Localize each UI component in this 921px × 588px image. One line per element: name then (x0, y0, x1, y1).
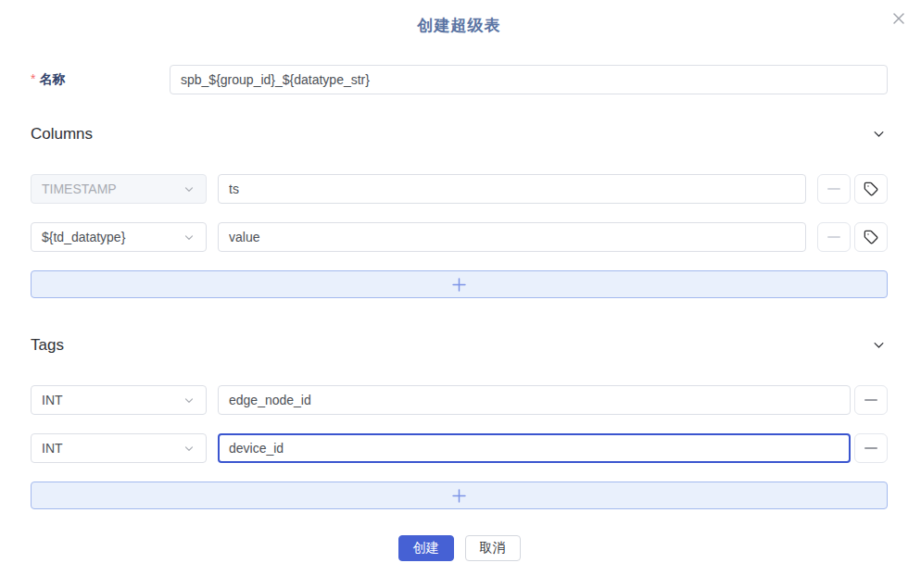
chevron-down-icon (183, 182, 196, 195)
tag-row: INT (31, 433, 888, 463)
chevron-down-icon (872, 127, 886, 141)
cancel-button[interactable]: 取消 (465, 535, 521, 561)
column-type-select: TIMESTAMP (31, 174, 207, 204)
minus-icon (864, 447, 877, 450)
name-form-row: *名称 (31, 65, 888, 94)
columns-section: Columns TIMESTAMP (31, 124, 888, 298)
tags-collapse-button[interactable] (870, 336, 888, 354)
dialog-title: 创建超级表 (31, 0, 888, 36)
add-tag-button[interactable] (31, 482, 888, 509)
column-name-input[interactable] (218, 174, 806, 204)
tags-section-header: Tags (31, 335, 888, 355)
tag-type-value: INT (42, 441, 63, 456)
tag-type-select[interactable]: INT (31, 385, 207, 415)
create-supertable-dialog: 创建超级表 *名称 Columns TIMESTAMP (0, 0, 921, 588)
chevron-down-icon (183, 231, 196, 244)
name-input[interactable] (170, 65, 888, 94)
tag-icon (864, 181, 878, 196)
name-label: *名称 (31, 71, 170, 88)
required-mark: * (31, 71, 35, 86)
tag-type-select[interactable]: INT (31, 433, 207, 463)
add-column-button[interactable] (31, 270, 888, 298)
plus-icon (452, 489, 466, 503)
columns-rows: TIMESTAMP ${td_datatype} (31, 174, 888, 298)
tag-column-button[interactable] (854, 174, 888, 204)
column-name-input[interactable] (218, 222, 806, 252)
close-button[interactable] (890, 10, 907, 27)
column-type-value: TIMESTAMP (42, 181, 117, 196)
tag-icon (864, 230, 878, 244)
chevron-down-icon (183, 394, 196, 407)
close-icon (892, 12, 905, 25)
tag-row: INT (31, 385, 888, 415)
plus-icon (452, 278, 466, 292)
tag-name-input[interactable] (218, 433, 851, 463)
chevron-down-icon (872, 338, 886, 352)
tag-column-button[interactable] (854, 222, 888, 252)
tag-type-value: INT (42, 393, 63, 407)
name-label-text: 名称 (39, 71, 65, 86)
column-row: ${td_datatype} (31, 222, 888, 252)
remove-column-button (817, 174, 851, 204)
minus-icon (827, 188, 840, 191)
dialog-footer: 创建 取消 (31, 535, 888, 561)
column-type-value: ${td_datatype} (42, 230, 125, 244)
remove-tag-button[interactable] (854, 433, 888, 463)
tags-section-title: Tags (31, 336, 64, 355)
remove-column-button (817, 222, 851, 252)
columns-section-header: Columns (31, 124, 888, 144)
column-type-select[interactable]: ${td_datatype} (31, 222, 207, 252)
minus-icon (864, 399, 877, 402)
column-row: TIMESTAMP (31, 174, 888, 204)
columns-collapse-button[interactable] (870, 125, 888, 143)
tags-section: Tags INT (31, 335, 888, 509)
create-button[interactable]: 创建 (398, 535, 454, 561)
tag-name-input[interactable] (218, 385, 851, 415)
columns-section-title: Columns (31, 125, 93, 144)
minus-icon (827, 236, 840, 239)
tags-rows: INT INT (31, 385, 888, 509)
remove-tag-button[interactable] (854, 385, 888, 415)
chevron-down-icon (183, 442, 196, 455)
